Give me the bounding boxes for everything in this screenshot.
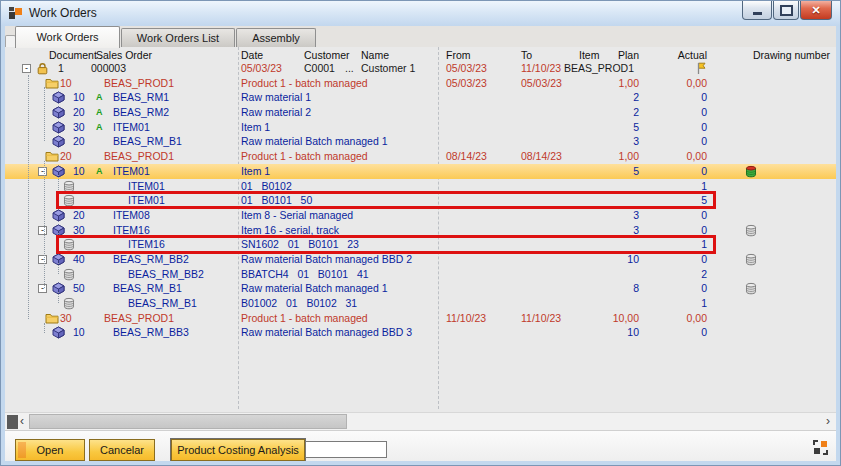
col-name[interactable]: Name	[361, 49, 389, 61]
item-code: BEAS_RM_BB3	[113, 325, 189, 340]
item-code: ITEM01	[113, 120, 150, 135]
actual-value: 0	[661, 252, 707, 267]
table-row[interactable]: 20BEAS_PROD1Product 1 - batch managed08/…	[5, 149, 838, 164]
work-orders-table: Document Sales Order Date Customer Name …	[5, 47, 838, 412]
table-row[interactable]: -10AITEM01Item 150	[5, 164, 838, 179]
description: B01002 01 B0102 31	[241, 296, 357, 311]
tree-connector	[58, 292, 59, 303]
expand-toggle[interactable]: -	[22, 64, 31, 73]
col-date[interactable]: Date	[241, 49, 263, 61]
from-date: 05/03/23	[446, 61, 487, 76]
item-code: ITEM01	[113, 164, 150, 179]
col-document[interactable]: Document	[49, 49, 97, 61]
expand-toggle[interactable]: -	[38, 167, 47, 176]
window-border	[1, 461, 840, 465]
actual-value: 0	[661, 208, 707, 223]
availability-flag: A	[96, 105, 103, 120]
tab-work-orders[interactable]: Work Orders	[15, 26, 120, 48]
table-row[interactable]: -50BEAS_RM_B1Raw material Batch managed …	[5, 281, 838, 296]
actual-value: 2	[661, 267, 707, 282]
open-button[interactable]: Open	[15, 439, 85, 461]
scroll-right-icon[interactable]: ›	[826, 413, 830, 430]
footer-bar: Open Cancelar Product Costing Analysis	[5, 430, 838, 464]
from-date: 11/10/23	[446, 311, 486, 326]
expand-toggle[interactable]: -	[38, 255, 47, 264]
table-row[interactable]: 10ABEAS_RM1Raw material 120	[5, 90, 838, 105]
to-date: 05/03/23	[521, 76, 562, 91]
close-button[interactable]: ✕	[800, 1, 832, 20]
tree-connector	[58, 263, 59, 274]
table-row[interactable]: BEAS_RM_B1B01002 01 B0102 311	[5, 296, 838, 311]
focus-stripe	[18, 442, 26, 458]
item-code: BEAS_PROD1	[104, 149, 174, 164]
description: Item 1	[241, 164, 270, 179]
actual-value: 0,00	[661, 311, 707, 326]
document-number: 10	[60, 76, 72, 91]
table-row[interactable]: 20ITEM08Item 8 - Serial managed30	[5, 208, 838, 223]
document-number: 10	[73, 90, 85, 105]
col-drawing-number[interactable]: Drawing number	[753, 49, 830, 61]
col-plan[interactable]: Plan	[591, 49, 639, 61]
document-number: 10	[73, 164, 85, 179]
annotation-red-box	[56, 191, 716, 210]
table-row[interactable]: 30BEAS_PROD1Product 1 - batch managed11/…	[5, 311, 838, 326]
close-icon: ✕	[811, 1, 820, 20]
description: Raw material Batch managed BBD 2	[241, 252, 412, 267]
table-row[interactable]: 10BEAS_PROD1Product 1 - batch managed05/…	[5, 76, 838, 91]
actual-value: 0	[661, 281, 707, 296]
resize-icon[interactable]	[813, 440, 828, 455]
description: Raw material Batch managed 1	[241, 134, 388, 149]
plan-value: 1,00	[591, 76, 639, 91]
table-row[interactable]: -40BEAS_RM_BB2Raw material Batch managed…	[5, 252, 838, 267]
col-sales-order[interactable]: Sales Order	[96, 49, 152, 61]
maximize-button[interactable]	[773, 1, 799, 20]
table-row[interactable]: 30AITEM01Item 150	[5, 120, 838, 135]
plan-value: 1,00	[591, 149, 639, 164]
col-from[interactable]: From	[446, 49, 471, 61]
from-date: 08/14/23	[446, 149, 487, 164]
document-number: 30	[73, 120, 85, 135]
scrollbar-thumb[interactable]	[29, 414, 347, 429]
table-row[interactable]: BEAS_RM_BB2BBATCH4 01 B0101 412	[5, 267, 838, 282]
item-code: 000003	[91, 61, 126, 76]
cube-icon	[52, 326, 65, 343]
plan-value: 10,00	[591, 311, 639, 326]
col-to[interactable]: To	[521, 49, 532, 61]
tree-connector	[44, 323, 45, 333]
ellipsis-link[interactable]: ...	[345, 61, 354, 76]
cancel-button[interactable]: Cancelar	[89, 439, 155, 461]
plan-value: 2	[591, 90, 639, 105]
plan-value: 2	[591, 105, 639, 120]
scroll-left-icon[interactable]: ‹	[20, 413, 24, 430]
horizontal-scrollbar[interactable]: ‹ ›	[5, 412, 838, 431]
table-row[interactable]: 20BEAS_RM_B1Raw material Batch managed 1…	[5, 134, 838, 149]
availability-flag: A	[96, 120, 103, 135]
document-number: 20	[73, 105, 85, 120]
description: Raw material Batch managed BBD 3	[241, 325, 412, 340]
tab-work-orders-list[interactable]: Work Orders List	[121, 28, 235, 47]
footer-input[interactable]	[305, 441, 387, 458]
description: Product 1 - batch managed	[241, 311, 368, 326]
product-costing-analysis-button[interactable]: Product Costing Analysis	[171, 439, 305, 461]
table-row[interactable]: 20ABEAS_RM2Raw material 220	[5, 105, 838, 120]
description: Raw material Batch managed 1	[241, 281, 388, 296]
tab-assembly[interactable]: Assembly	[236, 28, 316, 47]
document-number: 30	[60, 311, 72, 326]
item-code: BEAS_RM_B1	[113, 134, 182, 149]
table-row[interactable]: 10BEAS_RM_BB3Raw material Batch managed …	[5, 325, 838, 340]
table-row[interactable]: -100000305/03/23C0001...Customer 105/03/…	[5, 61, 838, 76]
expand-toggle[interactable]: -	[38, 284, 47, 293]
plan-value: 5	[591, 120, 639, 135]
minimize-button[interactable]	[742, 1, 772, 20]
description: Product 1 - batch managed	[241, 76, 368, 91]
document-number: 50	[73, 281, 85, 296]
expand-toggle[interactable]: -	[38, 226, 47, 235]
col-actual[interactable]: Actual	[661, 49, 707, 61]
description: Product 1 - batch managed	[241, 149, 368, 164]
actual-value: 0	[661, 90, 707, 105]
tree-connector	[44, 161, 45, 289]
document-number: 1	[58, 61, 64, 76]
actual-value: 0	[661, 105, 707, 120]
col-customer[interactable]: Customer	[304, 49, 350, 61]
window-border	[1, 26, 5, 461]
